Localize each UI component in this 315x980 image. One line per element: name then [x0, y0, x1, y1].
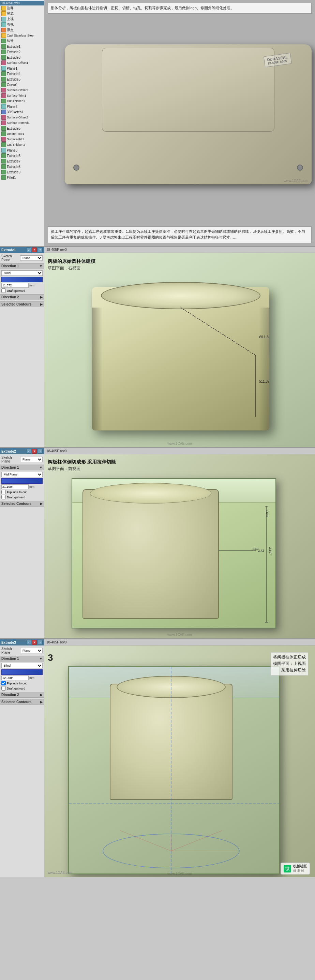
step-note-line2: 模图平面：上视面: [273, 660, 306, 667]
extrude-type-select[interactable]: Blind: [2, 270, 43, 276]
feature-icon: [2, 55, 6, 60]
wechat-sub: 机 器 线: [293, 869, 307, 873]
flip-checkbox-2[interactable]: [2, 681, 6, 686]
sidebar-item-extrude4[interactable]: Extrude4: [0, 71, 44, 76]
cancel-button-3[interactable]: ✗: [32, 640, 37, 645]
sidebar-item-top-view[interactable]: 上视: [0, 16, 44, 22]
wechat-label: 机械社区 机 器 线: [293, 864, 307, 873]
sidebar-tree: 注释 光源 上视 右视 原点 Cast Stainless Steel: [0, 5, 44, 180]
flip-label: Flip side to cut: [7, 490, 27, 494]
dir2-chevron-3: ▶: [40, 693, 43, 697]
sidebar-item-3dsketch1[interactable]: 3DSketch1: [0, 109, 44, 115]
extrude-type-select-3[interactable]: Blind: [2, 663, 43, 668]
depth-input-2[interactable]: [2, 484, 28, 489]
draft-checkbox-row-3: Draft gutward: [2, 686, 43, 690]
sidebar-item-extrude5b[interactable]: Extrude5: [0, 126, 44, 131]
sidebar-item-curve1[interactable]: Curve1: [0, 82, 44, 88]
sidebar-item-annotations[interactable]: 注释: [0, 5, 44, 11]
sidebar-label: DeleteFace1: [7, 132, 24, 135]
sidebar-label: Extrude4: [7, 72, 21, 76]
sketch-plane-select[interactable]: Plane: [20, 255, 43, 261]
sidebar-item-surface-offset2[interactable]: Surface-Offset2: [0, 88, 44, 93]
help-button-3[interactable]: ?: [38, 640, 43, 645]
sidebar-item-extrude8[interactable]: Extrude8: [0, 164, 44, 169]
sidebar-item-origin[interactable]: 原点: [0, 27, 44, 33]
surface-icon: [2, 121, 6, 125]
depth-input[interactable]: [2, 283, 28, 288]
sidebar-item-deleteface1[interactable]: DeleteFace1: [0, 131, 44, 137]
feature-icon: [2, 131, 6, 136]
sidebar-item-surface-fill1[interactable]: Surface-Fill1: [0, 137, 44, 142]
sidebar-item-plane3[interactable]: Plane3: [0, 148, 44, 153]
help-button-2[interactable]: ?: [38, 449, 43, 453]
ok-button-2[interactable]: ✓: [26, 449, 31, 453]
top-section: 18-405F rev0 注释 光源 上视 右视 原点: [0, 0, 315, 246]
svg-text:2.697: 2.697: [269, 547, 272, 555]
sidebar-item-surface-offset3[interactable]: Surface-Offset3: [0, 115, 44, 120]
sidebar-item-extrude2[interactable]: Extrude2: [0, 49, 44, 55]
svg-line-16: [120, 830, 171, 851]
draft-checkbox-3[interactable]: [2, 686, 6, 690]
draft-checkbox[interactable]: [2, 288, 6, 293]
sidebar-label: Surface-Offset1: [7, 61, 28, 65]
sidebar-item-extrude7[interactable]: Extrude7: [0, 158, 44, 164]
selected-contours-section-3: Selected Contours ▶: [0, 699, 44, 705]
svg-text:511.372: 511.372: [259, 380, 269, 383]
contours-chevron: ▶: [40, 302, 43, 306]
selected-contours-section: Selected Contours ▶: [0, 301, 44, 307]
extrude-type-select-2[interactable]: Mid Plane: [2, 472, 43, 477]
sidebar-item-casting[interactable]: 铸造: [0, 38, 44, 44]
sidebar-item-plane2[interactable]: Plane2: [0, 104, 44, 109]
dir2-chevron: ▶: [40, 295, 43, 299]
ok-button-3[interactable]: ✓: [26, 640, 31, 645]
flip-checkbox[interactable]: [2, 490, 6, 494]
feature-icon: [2, 170, 6, 174]
extrude2-panel: Extrude2 ✓ ✗ ? Sketch Plane Plane Direct…: [0, 448, 44, 638]
sidebar-item-cut-thicken1[interactable]: Cut-Thicken1: [0, 98, 44, 104]
sidebar-item-extrude5a[interactable]: Extrude5: [0, 76, 44, 82]
sidebar-label: Curve1: [7, 83, 18, 87]
sidebar-item-extrude3[interactable]: Extrude3: [0, 55, 44, 60]
sidebar-item-surface-trim1[interactable]: Surface-Trim1: [0, 93, 44, 98]
sketch-plane-select-2[interactable]: Plane: [20, 457, 43, 462]
extrude3-3d-bg: 3 将阀板柱体正切成 模图平面：上视面 采用拉伸切除: [44, 646, 315, 877]
extrude2-sub: 草图平面：前视面: [48, 466, 116, 472]
sidebar-label: Surface-Fill1: [7, 138, 24, 141]
sidebar-item-lights[interactable]: 光源: [0, 11, 44, 16]
cancel-button[interactable]: ✗: [32, 248, 37, 252]
sidebar-item-right-view[interactable]: 右视: [0, 22, 44, 27]
sidebar-item-cut-thicken2[interactable]: Cut-Thicken2: [0, 142, 44, 148]
ok-button[interactable]: ✓: [26, 248, 31, 252]
sidebar-item-material[interactable]: Cast Stainless Steel: [0, 33, 44, 38]
extrude3-panel: Extrude3 ✓ ✗ ? Sketch Plane Plane Direct…: [0, 640, 44, 877]
sidebar-item-extrude9[interactable]: Extrude9: [0, 169, 44, 175]
extrude2-title: 阀板柱体倒切成形 采用拉伸切除: [48, 459, 116, 465]
sidebar-item-plane1[interactable]: Plane1: [0, 65, 44, 71]
wechat-icon: 微: [283, 865, 291, 872]
extrude1-panel-body: Sketch Plane Plane Direction 1 ▼ Blind m…: [0, 253, 44, 310]
sidebar-item-extrude6[interactable]: Extrude6: [0, 153, 44, 158]
surface-icon: [2, 137, 6, 142]
sidebar-label: 3DSketch1: [7, 110, 24, 114]
draft-label: Draft gutward: [7, 289, 25, 293]
extrude2-label: 阀板柱体倒切成形 采用拉伸切除 草图平面：前视面: [48, 459, 116, 472]
extrude2-panel-header: Extrude2 ✓ ✗ ?: [0, 448, 44, 454]
extrude1-label: 阀板的原始圆柱体建模 草图平面，右视面: [48, 258, 95, 271]
panel2-title: Extrude2: [2, 450, 16, 453]
sidebar-item-extrude1[interactable]: Extrude1: [0, 44, 44, 49]
sidebar-item-surface-extend1[interactable]: Surface-Extend1: [0, 120, 44, 126]
sidebar-label: Extrude1: [7, 45, 21, 48]
depth-input-3[interactable]: [2, 676, 28, 680]
help-button[interactable]: ?: [38, 248, 43, 252]
extrude1-viewport: 18-405F rev0 阀板的原始圆柱体建模 草图平面，右视面: [44, 247, 315, 447]
cancel-button-2[interactable]: ✗: [32, 449, 37, 453]
origin-icon: [2, 28, 6, 32]
sidebar-item-fillet1[interactable]: Fillet1: [0, 175, 44, 180]
sketch-plane-select-3[interactable]: Plane: [20, 648, 43, 653]
sketch-plane-row-3: Sketch Plane Plane: [2, 647, 43, 654]
cut-outer-box: 2.697 2.42 2.697 2.42: [71, 478, 276, 628]
sidebar-item-surface-offset1[interactable]: Surface-Offset1: [0, 60, 44, 65]
draft-checkbox-2[interactable]: [2, 495, 6, 500]
dir2-label-3: Direction 2: [2, 693, 19, 697]
depth-input-row: mm: [2, 283, 43, 288]
